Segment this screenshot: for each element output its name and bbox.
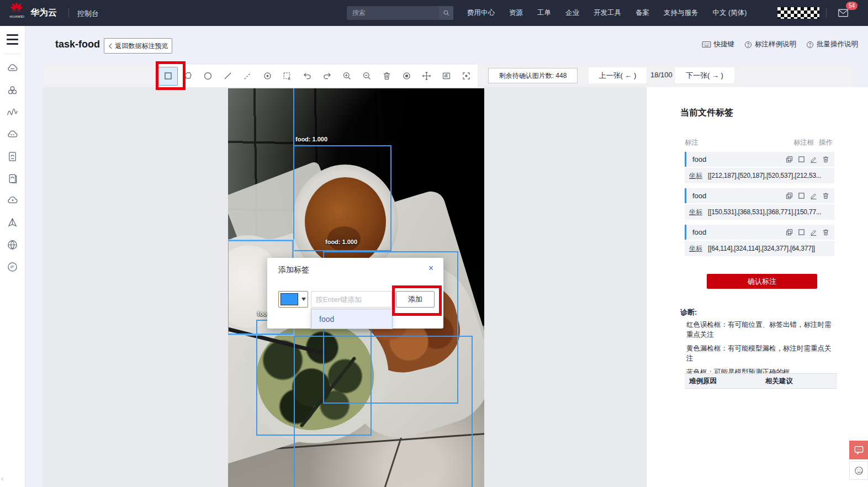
line-tool[interactable]	[218, 67, 237, 86]
bbox-cup[interactable]	[293, 145, 391, 251]
chevron-left-icon	[108, 43, 113, 49]
point-tool[interactable]	[257, 67, 277, 86]
menu-language[interactable]: 中文 (简体)	[713, 8, 747, 18]
document-cloud-icon[interactable]	[0, 167, 25, 189]
feedback-chat-button[interactable]	[849, 441, 868, 459]
batch-help-link[interactable]: 批量操作说明	[806, 40, 858, 49]
zoom-out-icon[interactable]	[357, 67, 377, 86]
menu-toggle-icon[interactable]	[7, 34, 18, 47]
box-icon[interactable]	[797, 228, 806, 236]
undo-icon[interactable]	[297, 67, 317, 86]
annotation-toolbar: A 剩余待确认图片数: 448 上一张( ← ) 18/100 下一张	[43, 65, 854, 87]
delete-icon[interactable]	[822, 192, 830, 200]
waves-icon[interactable]	[0, 101, 25, 123]
confirm-annotation-button[interactable]: 确认标注	[707, 274, 817, 289]
menu-devtools[interactable]: 开发工具	[594, 8, 621, 18]
shortcut-link[interactable]: 快捷键	[702, 40, 735, 49]
coords-key[interactable]: 坐标	[689, 244, 702, 253]
redo-icon[interactable]	[317, 67, 337, 86]
annotation-row[interactable]: food	[685, 188, 834, 203]
add-label-button[interactable]: 添加	[396, 291, 435, 308]
nav-divider	[68, 8, 69, 18]
menu-billing[interactable]: 费用中心	[467, 8, 495, 18]
coords-key[interactable]: 坐标	[689, 208, 702, 217]
coords-key[interactable]: 坐标	[689, 171, 702, 181]
edit-icon[interactable]	[809, 192, 818, 200]
cloud-sync-icon[interactable]	[0, 189, 25, 211]
rectangle-tool[interactable]	[158, 67, 178, 86]
dashed-line-tool[interactable]	[237, 67, 257, 86]
box-icon[interactable]	[797, 192, 806, 200]
ip-address-icon[interactable]: IP	[0, 256, 25, 278]
copy-box-icon[interactable]	[785, 192, 793, 200]
target-tool-icon[interactable]	[396, 67, 416, 86]
copy-box-icon[interactable]	[785, 155, 793, 163]
chevron-down-icon	[301, 298, 306, 301]
coords-value: [[64,114],[324,114],[324,377],[64,377]]	[708, 245, 815, 252]
sidebar-collapse-icon[interactable]: ‹	[1, 474, 3, 483]
label-suggestions-dropdown: food	[311, 309, 393, 329]
label-color-picker[interactable]	[278, 291, 308, 308]
copy-box-icon[interactable]	[785, 228, 793, 236]
next-image-button[interactable]: 下一张( → )	[675, 67, 734, 83]
huawei-logo-caption: HUAWEI	[6, 15, 29, 18]
bbox-tray[interactable]	[294, 336, 473, 487]
mobile-cloud-icon[interactable]	[0, 145, 25, 167]
edit-icon[interactable]	[809, 228, 818, 236]
huawei-logo[interactable]: HUAWEI	[6, 2, 29, 24]
nav-divider	[826, 8, 827, 18]
svg-text:IP: IP	[10, 265, 14, 269]
sample-help-link[interactable]: 标注样例说明	[744, 40, 796, 49]
cloud-server-icon[interactable]	[0, 57, 25, 79]
menu-tickets[interactable]: 工单	[537, 8, 551, 18]
messages-badge: 54	[846, 2, 858, 10]
close-icon[interactable]: ×	[428, 264, 433, 273]
diagnosis-lines: 红色误检框：有可能位置、标签出错，标注时需重点关注 黄色漏检框：有可能模型漏检，…	[686, 320, 837, 381]
move-tool-icon[interactable]	[416, 67, 436, 86]
annotation-coords-row: 坐标 [[64,114],[324,114],[324,377],[64,377…	[685, 241, 834, 256]
polygon-tool[interactable]	[178, 67, 198, 86]
label-option-food[interactable]: food	[311, 309, 392, 329]
globe-icon[interactable]	[0, 234, 25, 256]
annotation-row[interactable]: food	[685, 225, 834, 240]
console-link[interactable]: 控制台	[77, 9, 99, 19]
messages-icon[interactable]	[838, 8, 849, 18]
satisfaction-survey-button[interactable]	[849, 461, 868, 480]
delete-icon[interactable]	[822, 228, 830, 236]
delete-tool-icon[interactable]	[377, 67, 396, 86]
menu-filing[interactable]: 备案	[636, 8, 649, 18]
label-name-input[interactable]	[311, 291, 392, 308]
top-navbar: HUAWEI 华为云 控制台 搜索 费用中心 资源 工单 企业 开发工具 备案 …	[0, 0, 868, 26]
menu-resources[interactable]: 资源	[509, 8, 523, 18]
beacon-icon[interactable]	[0, 211, 25, 234]
search-icon[interactable]	[439, 6, 453, 20]
delete-icon[interactable]	[822, 155, 830, 163]
select-area-tool[interactable]: A	[277, 67, 297, 86]
hard-reason-col: 难例原因	[689, 377, 765, 386]
previous-image-button[interactable]: 上一张( ← )	[589, 67, 647, 83]
bbox-edge-line[interactable]	[293, 88, 294, 145]
diagnosis-line: 红色误检框：有可能位置、标签出错，标注时需重点关注	[686, 320, 837, 340]
global-search[interactable]: 搜索	[347, 6, 453, 20]
circle-tool[interactable]	[198, 67, 218, 86]
col-label: 标注	[685, 139, 698, 146]
image-progress: 18/100	[650, 71, 673, 79]
back-button[interactable]: 返回数据标注预览	[104, 38, 172, 54]
brand-name[interactable]: 华为云	[30, 7, 57, 19]
question-icon	[744, 41, 752, 49]
zoom-in-icon[interactable]	[337, 67, 357, 86]
resource-cluster-icon[interactable]	[0, 79, 25, 101]
fit-screen-icon[interactable]	[456, 67, 476, 86]
annotation-label: food	[692, 192, 785, 200]
menu-support[interactable]: 支持与服务	[664, 8, 698, 18]
cloud-storage-icon[interactable]	[0, 123, 25, 145]
box-icon[interactable]	[797, 155, 806, 163]
annotation-row[interactable]: food	[685, 152, 834, 167]
app-root: HUAWEI 华为云 控制台 搜索 费用中心 资源 工单 企业 开发工具 备案 …	[0, 0, 868, 487]
edit-icon[interactable]	[809, 155, 818, 163]
annotation-label: food	[692, 228, 785, 236]
reset-view-icon[interactable]	[436, 67, 456, 86]
menu-enterprise[interactable]: 企业	[565, 8, 579, 18]
search-placeholder: 搜索	[347, 8, 439, 18]
account-name-redacted[interactable]	[777, 7, 819, 19]
